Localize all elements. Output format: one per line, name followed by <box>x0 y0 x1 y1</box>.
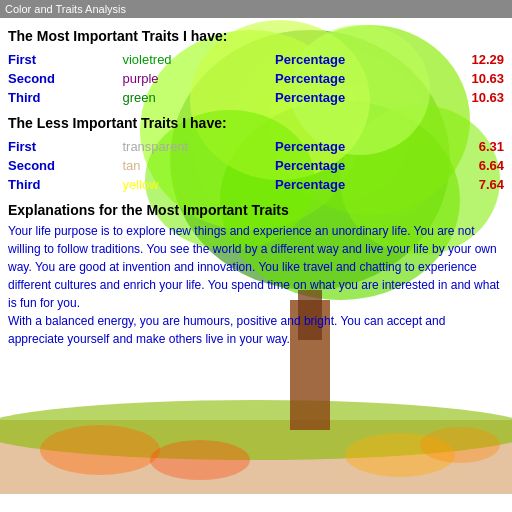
table-row: First transparent Percentage 6.31 <box>8 137 504 156</box>
percentage-value: 6.31 <box>428 137 504 156</box>
percentage-value: 10.63 <box>428 69 504 88</box>
most-important-table: First violetred Percentage 12.29 Second … <box>8 50 504 107</box>
percentage-label: Percentage <box>275 88 428 107</box>
table-row: Third green Percentage 10.63 <box>8 88 504 107</box>
rank-cell: Third <box>8 88 122 107</box>
table-row: Second purple Percentage 10.63 <box>8 69 504 88</box>
color-cell: tan <box>122 156 275 175</box>
color-cell: transparent <box>122 137 275 156</box>
svg-point-13 <box>150 440 250 480</box>
color-cell: purple <box>122 69 275 88</box>
color-cell: green <box>122 88 275 107</box>
percentage-label: Percentage <box>275 175 428 194</box>
color-cell: yellow <box>122 175 275 194</box>
main-content: The Most Important Traits I have: First … <box>0 18 512 354</box>
explanation-text: Your life purpose is to explore new thin… <box>8 222 504 348</box>
percentage-label: Percentage <box>275 69 428 88</box>
percentage-label: Percentage <box>275 50 428 69</box>
rank-cell: First <box>8 137 122 156</box>
explanation-heading: Explanations for the Most Important Trai… <box>8 202 504 218</box>
less-important-table: First transparent Percentage 6.31 Second… <box>8 137 504 194</box>
less-important-heading: The Less Important Traits I have: <box>8 115 504 131</box>
svg-point-12 <box>40 425 160 475</box>
most-important-heading: The Most Important Traits I have: <box>8 28 504 44</box>
table-row: Second tan Percentage 6.64 <box>8 156 504 175</box>
percentage-value: 12.29 <box>428 50 504 69</box>
table-row: First violetred Percentage 12.29 <box>8 50 504 69</box>
rank-cell: Third <box>8 175 122 194</box>
percentage-value: 10.63 <box>428 88 504 107</box>
percentage-value: 7.64 <box>428 175 504 194</box>
percentage-value: 6.64 <box>428 156 504 175</box>
percentage-label: Percentage <box>275 137 428 156</box>
percentage-label: Percentage <box>275 156 428 175</box>
table-row: Third yellow Percentage 7.64 <box>8 175 504 194</box>
rank-cell: Second <box>8 156 122 175</box>
rank-cell: Second <box>8 69 122 88</box>
color-cell: violetred <box>122 50 275 69</box>
svg-point-15 <box>420 427 500 463</box>
rank-cell: First <box>8 50 122 69</box>
